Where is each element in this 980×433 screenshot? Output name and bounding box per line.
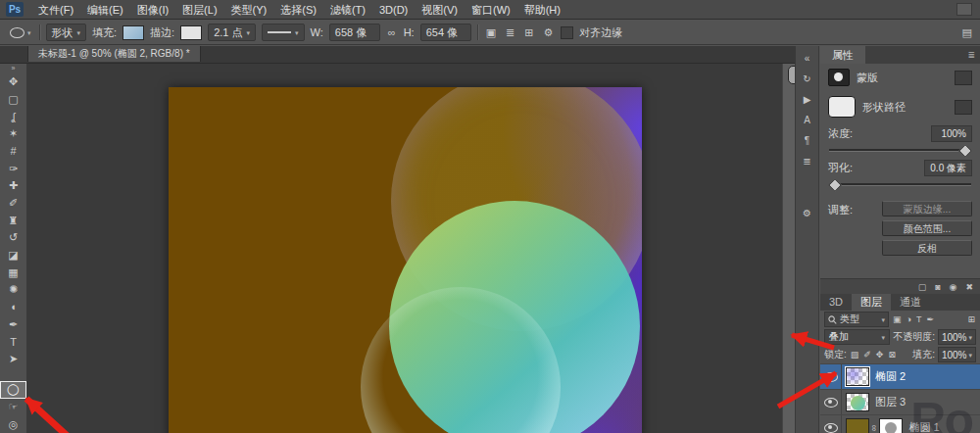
height-input[interactable]: 654 像 <box>420 24 471 41</box>
character-panel-icon[interactable]: A <box>795 110 819 130</box>
align-edges-checkbox[interactable] <box>561 26 573 39</box>
path-selection-tool[interactable]: ➤ <box>0 351 26 368</box>
zoom-tool[interactable]: ◎ <box>0 415 26 433</box>
vector-mask-icon[interactable] <box>955 100 972 115</box>
menu-view[interactable]: 视图(V) <box>415 0 465 20</box>
menu-layer[interactable]: 图层(L) <box>175 0 223 20</box>
layer-row-ellipse-2[interactable]: 椭圆 2 <box>820 364 980 390</box>
fill-input[interactable]: 100% <box>938 347 976 362</box>
type-tool[interactable]: T <box>0 333 26 351</box>
toggle-mask-icon[interactable]: ◉ <box>950 282 957 292</box>
layer-thumbnail[interactable] <box>846 367 869 386</box>
density-value[interactable]: 100% <box>931 125 972 142</box>
hand-tool[interactable]: ☞ <box>0 399 26 416</box>
styles-panel-icon[interactable]: ≣ <box>795 151 819 171</box>
visibility-toggle[interactable] <box>820 415 842 433</box>
stroke-swatch[interactable] <box>180 25 202 40</box>
panel-menu-icon[interactable]: ≣ <box>967 50 980 60</box>
tab-3d[interactable]: 3D <box>820 294 852 311</box>
layer-thumbnail[interactable] <box>846 393 869 411</box>
stroke-style-dropdown[interactable] <box>262 24 305 41</box>
lock-all-icon[interactable]: ⊠ <box>887 350 897 360</box>
eyedropper-tool[interactable]: ✑ <box>0 160 26 177</box>
brush-tool[interactable]: ✐ <box>0 195 26 213</box>
ellipse-tool[interactable]: ◯ <box>0 381 26 399</box>
lock-paint-icon[interactable]: ✐ <box>862 350 872 360</box>
tab-channels[interactable]: 通道 <box>891 294 930 311</box>
marquee-tool[interactable]: ▢ <box>0 91 26 109</box>
slider-knob[interactable] <box>958 144 972 158</box>
paragraph-panel-icon[interactable]: ¶ <box>795 130 819 151</box>
lasso-tool[interactable]: ʆ <box>0 108 26 125</box>
visibility-toggle[interactable] <box>820 364 842 389</box>
menu-help[interactable]: 帮助(H) <box>517 0 567 20</box>
menu-filter[interactable]: 滤镜(T) <box>323 0 372 20</box>
quick-selection-tool[interactable]: ✶ <box>0 125 26 143</box>
filter-shape-icon[interactable]: ✒ <box>925 314 935 324</box>
menu-edit[interactable]: 编辑(E) <box>80 0 130 20</box>
density-slider[interactable] <box>829 145 971 155</box>
document-canvas[interactable] <box>169 87 642 433</box>
layer-filter-dropdown[interactable]: 类型 <box>824 312 889 327</box>
blur-tool[interactable]: ✺ <box>0 281 26 299</box>
tool-mode-dropdown[interactable]: 形状 <box>46 24 87 41</box>
apply-mask-icon[interactable]: ◙ <box>935 282 940 292</box>
path-align-button[interactable]: ≣ <box>504 26 516 39</box>
color-range-button[interactable]: 颜色范围... <box>882 220 972 236</box>
layer-name[interactable]: 图层 3 <box>875 395 906 409</box>
lock-move-icon[interactable]: ✥ <box>875 350 885 360</box>
gear-icon[interactable]: ⚙ <box>541 26 555 39</box>
lock-transparent-icon[interactable]: ▨ <box>850 350 860 360</box>
tool-presets-panel-icon[interactable]: ⚙ <box>795 203 819 223</box>
filter-smart-icon[interactable]: ⊞ <box>966 314 976 324</box>
gradient-tool[interactable]: ▦ <box>0 264 26 281</box>
delete-mask-icon[interactable]: ✖ <box>965 282 973 292</box>
pen-tool[interactable]: ✒ <box>0 315 26 333</box>
width-input[interactable]: 658 像 <box>329 24 380 41</box>
eraser-tool[interactable]: ◪ <box>0 247 26 265</box>
tab-layers[interactable]: 图层 <box>852 294 891 311</box>
tab-properties[interactable]: 属性 <box>820 46 865 64</box>
vector-mask-thumbnail[interactable] <box>879 418 903 433</box>
history-brush-tool[interactable]: ↺ <box>0 229 26 247</box>
invert-button[interactable]: 反相 <box>882 240 972 256</box>
link-mask-icon[interactable]: ∞ <box>869 424 879 430</box>
menu-type[interactable]: 类型(Y) <box>224 0 274 20</box>
feather-value[interactable]: 0.0 像素 <box>924 160 972 176</box>
actions-panel-icon[interactable]: ▶ <box>795 89 819 110</box>
layer-thumbnail[interactable] <box>846 418 869 433</box>
visibility-toggle[interactable] <box>820 390 842 414</box>
menu-3d[interactable]: 3D(D) <box>372 0 415 20</box>
menu-window[interactable]: 窗口(W) <box>465 0 517 20</box>
stroke-width-dropdown[interactable]: 2.1 点 <box>208 24 256 41</box>
load-selection-icon[interactable]: ▢ <box>918 282 927 292</box>
fill-swatch[interactable] <box>122 25 144 40</box>
filter-pixel-icon[interactable]: ▣ <box>892 314 903 324</box>
path-arrange-button[interactable]: ⊞ <box>522 26 535 39</box>
dodge-tool[interactable]: ◖ <box>0 299 26 316</box>
path-operations-button[interactable]: ▣ <box>484 26 498 39</box>
vertical-scrollbar[interactable] <box>782 64 796 433</box>
blend-mode-dropdown[interactable]: 叠加 <box>824 329 890 345</box>
menu-file[interactable]: 文件(F) <box>31 0 80 20</box>
mask-edge-button[interactable]: 蒙版边缘... <box>882 201 972 216</box>
panel-toggle-icon[interactable]: ▤ <box>962 26 972 39</box>
feather-slider[interactable] <box>829 179 971 189</box>
expand-tools-icon[interactable]: » <box>12 64 16 73</box>
history-panel-icon[interactable]: ↻ <box>795 69 819 89</box>
filter-type-icon[interactable]: T <box>915 314 923 324</box>
healing-brush-tool[interactable]: ✚ <box>0 177 26 195</box>
tool-preset-picker[interactable] <box>8 27 33 38</box>
menu-image[interactable]: 图像(I) <box>130 0 175 20</box>
menu-select[interactable]: 选择(S) <box>273 0 323 20</box>
collapse-dock-icon[interactable]: « <box>795 48 819 69</box>
move-tool[interactable]: ✥ <box>0 73 26 91</box>
slider-knob[interactable] <box>828 178 842 192</box>
layer-name[interactable]: 椭圆 2 <box>875 369 906 384</box>
clone-stamp-tool[interactable]: ♜ <box>0 212 26 229</box>
document-tab[interactable]: 未标题-1 @ 50% (椭圆 2, RGB/8) * <box>27 46 201 62</box>
link-dimensions-icon[interactable]: ∞ <box>386 26 398 38</box>
opacity-input[interactable]: 100% <box>938 329 976 345</box>
crop-tool[interactable]: # <box>0 143 26 161</box>
filter-adjustment-icon[interactable]: ◑ <box>906 314 912 324</box>
